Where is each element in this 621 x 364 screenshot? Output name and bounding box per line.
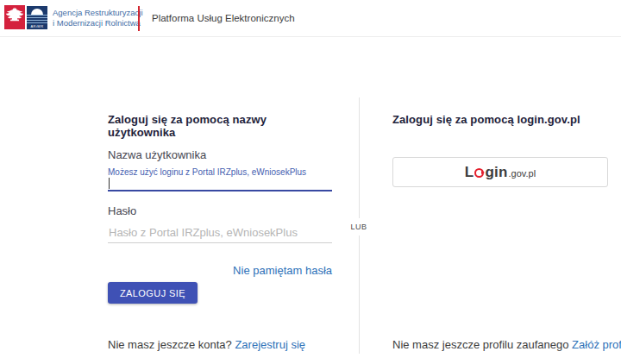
polish-eagle-emblem-icon xyxy=(4,5,25,29)
agency-name-line1: Agencja Restrukturyzacji xyxy=(53,8,143,18)
trusted-profile-prompt: Nie masz jeszcze profilu zaufanego xyxy=(392,338,572,351)
password-label: Hasło xyxy=(108,204,136,217)
or-divider-label: LUB xyxy=(349,218,367,235)
forgot-password-link[interactable]: Nie pamiętam hasła xyxy=(108,264,332,277)
username-input[interactable] xyxy=(108,175,332,191)
arimr-logo-sun xyxy=(31,9,43,15)
arimr-logo-text: ARiMR xyxy=(27,24,47,28)
header-red-divider xyxy=(138,6,140,31)
login-gov-pl-button[interactable]: Lgin.gov.pl xyxy=(392,157,608,187)
register-row: Nie masz jeszcze konta? Zarejestruj się xyxy=(108,338,305,351)
login-page: ARiMR Agencja Restrukturyzacji i Moderni… xyxy=(0,0,621,364)
agency-name: Agencja Restrukturyzacji i Modernizacji … xyxy=(53,8,143,29)
login-gov-pl-logo-gin: gin xyxy=(485,164,507,181)
agency-name-line2: i Modernizacji Rolnictwa xyxy=(53,18,143,28)
login-gov-pl-logo-o-icon xyxy=(474,168,484,178)
login-button[interactable]: ZALOGUJ SIĘ xyxy=(108,282,198,304)
register-prompt: Nie masz jeszcze konta? xyxy=(108,338,235,351)
login-gov-pl-logo-l: L xyxy=(465,164,474,181)
register-link[interactable]: Zarejestruj się xyxy=(235,338,305,351)
govpl-login-title: Zaloguj się za pomocą login.gov.pl xyxy=(392,113,608,126)
app-title: Platforma Usług Elektronicznych xyxy=(152,13,295,23)
username-login-title: Zaloguj się za pomocą nazwy użytkownika xyxy=(108,113,332,139)
header: ARiMR Agencja Restrukturyzacji i Moderni… xyxy=(0,0,621,37)
login-gov-pl-logo: Lgin.gov.pl xyxy=(465,164,536,181)
trusted-profile-row: Nie masz jeszcze profilu zaufanego Załóż… xyxy=(392,338,621,351)
text-caret xyxy=(109,178,110,189)
create-profile-link[interactable]: Załóż profil xyxy=(572,338,621,351)
login-gov-pl-logo-suffix: .gov.pl xyxy=(509,168,536,179)
arimr-logo-icon: ARiMR xyxy=(27,6,47,29)
agency-brand[interactable]: ARiMR Agencja Restrukturyzacji i Moderni… xyxy=(4,5,143,32)
username-label: Nazwa użytkownika xyxy=(108,148,206,161)
password-input[interactable] xyxy=(108,223,332,243)
